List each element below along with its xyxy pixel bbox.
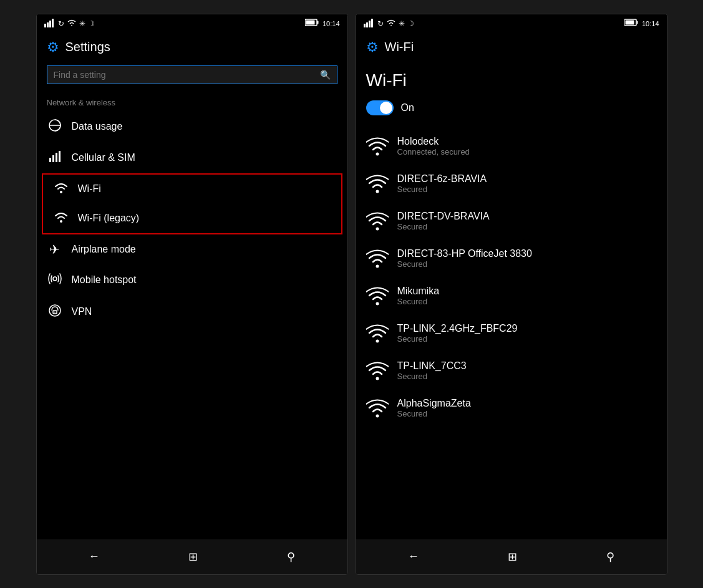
tplink24-info: TP-LINK_2.4GHz_FBFC29 Secured [397, 323, 518, 344]
network-mikumika[interactable]: Mikumika Secured [366, 277, 657, 315]
home-button-right[interactable]: ⊞ [508, 550, 517, 564]
wifi-label: Wi-Fi [78, 183, 101, 195]
data-usage-icon [47, 118, 63, 135]
svg-rect-11 [56, 153, 57, 162]
wifi-phone: ↻ ✳ ☽ [356, 14, 667, 575]
svg-rect-2 [49, 21, 51, 27]
holodeck-status: Connected, secured [397, 147, 470, 157]
sidebar-item-wifi[interactable]: Wi-Fi [43, 175, 341, 204]
svg-rect-6 [306, 21, 314, 25]
back-button-right[interactable]: ← [408, 550, 419, 563]
network-alphasigma[interactable]: AlphaSigmaZeta Secured [366, 390, 657, 427]
bottom-nav-right: ← ⊞ ⚲ [356, 539, 667, 574]
mikumika-name: Mikumika [397, 286, 440, 297]
home-button-left[interactable]: ⊞ [188, 550, 198, 564]
wifi-content: Wi-Fi On [356, 60, 667, 539]
sidebar-item-cellular[interactable]: Cellular & SIM [37, 143, 347, 173]
wifi-signal-holodeck [366, 135, 389, 158]
sidebar-item-airplane[interactable]: ✈ Airplane mode [37, 234, 347, 264]
sidebar-item-hotspot[interactable]: Mobile hotspot [37, 264, 347, 296]
wifi-gear-icon: ⚙ [366, 39, 379, 55]
settings-title: Settings [65, 40, 110, 54]
directdv-info: DIRECT-DV-BRAVIA Secured [397, 211, 490, 231]
cellular-icon [47, 150, 63, 166]
signal-icon [44, 19, 56, 29]
svg-point-32 [376, 377, 379, 380]
network-direct6z[interactable]: DIRECT-6z-BRAVIA Secured [366, 165, 657, 203]
cellular-label: Cellular & SIM [72, 152, 135, 163]
svg-point-33 [376, 414, 379, 417]
wifi-toggle[interactable] [366, 100, 394, 115]
directdv-name: DIRECT-DV-BRAVIA [397, 211, 490, 222]
back-button-left[interactable]: ← [89, 550, 100, 563]
svg-point-18 [54, 311, 56, 312]
wifi-signal-directdv [366, 210, 389, 233]
sidebar-item-data-usage[interactable]: Data usage [37, 111, 347, 143]
wifi-icon [53, 182, 69, 196]
direct83-name: DIRECT-83-HP OfficeJet 3830 [397, 248, 532, 259]
svg-rect-25 [625, 21, 634, 25]
settings-header: ⚙ Settings [37, 33, 347, 60]
search-box[interactable]: 🔍 [47, 65, 337, 84]
holodeck-info: Holodeck Connected, secured [397, 136, 470, 157]
svg-rect-9 [49, 158, 51, 162]
wifi-header: ⚙ Wi-Fi [356, 33, 667, 60]
svg-point-27 [376, 190, 379, 193]
settings-content: Network & wireless Data usage [37, 89, 347, 539]
status-right-left: 10:14 [305, 19, 340, 28]
airplane-icon: ✈ [47, 242, 63, 257]
svg-rect-20 [366, 22, 368, 27]
wifi-toggle-row: On [366, 100, 657, 115]
bluetooth-icon: ✳ [79, 19, 85, 28]
alphasigma-name: AlphaSigmaZeta [397, 398, 471, 409]
svg-rect-5 [317, 21, 318, 24]
network-tplink7cc3[interactable]: TP-LINK_7CC3 Secured [366, 352, 657, 390]
search-icon: 🔍 [320, 70, 331, 80]
search-container: 🔍 [37, 60, 347, 89]
wifi-status-icon [67, 19, 77, 28]
svg-point-30 [376, 302, 379, 305]
time-left: 10:14 [322, 20, 340, 27]
moon-icon-right: ☽ [407, 19, 414, 28]
status-bar-left: ↻ ✳ ☽ [37, 14, 347, 33]
svg-rect-21 [369, 21, 371, 27]
wifi-status-icon-right [386, 19, 396, 28]
search-button-right[interactable]: ⚲ [606, 550, 614, 564]
battery-icon-right [624, 19, 638, 28]
network-section-label: Network & wireless [37, 89, 347, 111]
settings-gear-icon: ⚙ [47, 39, 59, 55]
tplink24-name: TP-LINK_2.4GHz_FBFC29 [397, 323, 518, 334]
svg-point-13 [60, 191, 62, 193]
wifi-header-title: Wi-Fi [385, 40, 414, 54]
tplink24-status: Secured [397, 334, 518, 344]
wifi-legacy-label: Wi-Fi (legacy) [78, 213, 140, 224]
svg-rect-1 [47, 22, 49, 27]
network-holodeck[interactable]: Holodeck Connected, secured [366, 128, 657, 165]
direct6z-status: Secured [397, 185, 487, 194]
network-list: Holodeck Connected, secured [366, 128, 657, 427]
search-input[interactable] [54, 70, 320, 80]
alphasigma-status: Secured [397, 409, 471, 418]
network-directdv[interactable]: DIRECT-DV-BRAVIA Secured [366, 203, 657, 240]
signal-icon-right [364, 19, 375, 29]
wifi-signal-alphasigma [366, 397, 389, 420]
vpn-icon [47, 304, 63, 321]
sidebar-item-wifi-legacy[interactable]: Wi-Fi (legacy) [43, 204, 341, 233]
svg-point-26 [376, 152, 379, 155]
wifi-signal-mikumika [366, 285, 389, 307]
network-tplink24[interactable]: TP-LINK_2.4GHz_FBFC29 Secured [366, 315, 657, 352]
direct83-info: DIRECT-83-HP OfficeJet 3830 Secured [397, 248, 532, 269]
status-bar-right: ↻ ✳ ☽ [356, 14, 667, 33]
tplink7cc3-name: TP-LINK_7CC3 [397, 360, 467, 372]
search-button-left[interactable]: ⚲ [287, 550, 295, 564]
battery-icon [305, 19, 319, 28]
svg-point-31 [376, 339, 379, 342]
tplink7cc3-info: TP-LINK_7CC3 Secured [397, 360, 467, 381]
network-direct83[interactable]: DIRECT-83-HP OfficeJet 3830 Secured [366, 240, 657, 277]
wifi-signal-tplink7cc3 [366, 360, 389, 382]
sidebar-item-vpn[interactable]: VPN [37, 296, 347, 328]
wifi-signal-tplink24 [366, 322, 389, 345]
directdv-status: Secured [397, 222, 490, 231]
rotation-icon-right: ↻ [377, 19, 384, 28]
bottom-nav-left: ← ⊞ ⚲ [37, 539, 347, 574]
